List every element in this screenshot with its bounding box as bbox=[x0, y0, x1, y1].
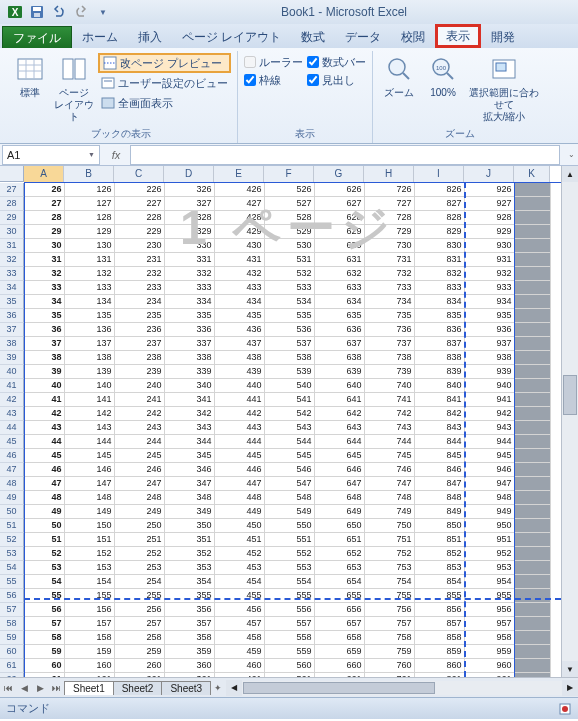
row-header-59[interactable]: 59 bbox=[0, 631, 24, 645]
namebox-dropdown-icon[interactable]: ▼ bbox=[88, 151, 95, 158]
col-header-I[interactable]: I bbox=[414, 166, 464, 183]
name-box[interactable]: A1▼ bbox=[2, 145, 100, 165]
row-header-33[interactable]: 33 bbox=[0, 267, 24, 281]
tab-home[interactable]: ホーム bbox=[72, 26, 128, 48]
row-header-55[interactable]: 55 bbox=[0, 575, 24, 589]
page-layout-view-button[interactable]: ページ レイアウト bbox=[54, 53, 94, 123]
row-header-51[interactable]: 51 bbox=[0, 519, 24, 533]
headings-checkbox[interactable]: 見出し bbox=[307, 71, 366, 89]
row-header-32[interactable]: 32 bbox=[0, 253, 24, 267]
page-break-preview-button[interactable]: 改ページ プレビュー bbox=[98, 53, 231, 73]
svg-rect-14 bbox=[102, 78, 114, 88]
row-header-37[interactable]: 37 bbox=[0, 323, 24, 337]
ruler-checkbox[interactable]: ルーラー bbox=[244, 53, 303, 71]
col-header-E[interactable]: E bbox=[214, 166, 264, 183]
tab-formulas[interactable]: 数式 bbox=[291, 26, 335, 48]
row-header-30[interactable]: 30 bbox=[0, 225, 24, 239]
vertical-scrollbar[interactable]: ▲ ▼ bbox=[561, 166, 578, 677]
sheet-tab-Sheet1[interactable]: Sheet1 bbox=[64, 681, 114, 695]
tab-data[interactable]: データ bbox=[335, 26, 391, 48]
row-header-58[interactable]: 58 bbox=[0, 617, 24, 631]
horizontal-scrollbar[interactable]: ◀ ▶ bbox=[226, 678, 578, 697]
col-header-F[interactable]: F bbox=[264, 166, 314, 183]
select-all-corner[interactable] bbox=[0, 166, 24, 182]
vscroll-thumb[interactable] bbox=[563, 375, 577, 415]
row-header-53[interactable]: 53 bbox=[0, 547, 24, 561]
col-header-J[interactable]: J bbox=[464, 166, 514, 183]
fx-label[interactable]: fx bbox=[102, 149, 130, 161]
row-header-62[interactable]: 62 bbox=[0, 673, 24, 677]
scroll-right-icon[interactable]: ▶ bbox=[562, 680, 578, 696]
row-header-47[interactable]: 47 bbox=[0, 463, 24, 477]
row-header-41[interactable]: 41 bbox=[0, 379, 24, 393]
row-header-44[interactable]: 44 bbox=[0, 421, 24, 435]
qat-dropdown-icon[interactable]: ▼ bbox=[94, 3, 112, 21]
record-macro-icon[interactable] bbox=[558, 702, 572, 716]
row-header-49[interactable]: 49 bbox=[0, 491, 24, 505]
group-zoom-label: ズーム bbox=[445, 127, 475, 143]
row-header-57[interactable]: 57 bbox=[0, 603, 24, 617]
tab-developer[interactable]: 開発 bbox=[481, 26, 525, 48]
col-header-A[interactable]: A bbox=[24, 166, 64, 183]
hscroll-thumb[interactable] bbox=[243, 682, 435, 694]
sheet-tab-Sheet2[interactable]: Sheet2 bbox=[113, 681, 163, 695]
zoom-button[interactable]: ズーム bbox=[379, 53, 419, 99]
tab-pagelayout[interactable]: ページ レイアウト bbox=[172, 26, 291, 48]
sheet-nav-first[interactable]: ⏮ bbox=[0, 680, 16, 696]
row-header-38[interactable]: 38 bbox=[0, 337, 24, 351]
redo-icon[interactable] bbox=[72, 3, 90, 21]
gridlines-checkbox[interactable]: 枠線 bbox=[244, 71, 303, 89]
row-header-61[interactable]: 61 bbox=[0, 659, 24, 673]
row-header-52[interactable]: 52 bbox=[0, 533, 24, 547]
row-header-46[interactable]: 46 bbox=[0, 449, 24, 463]
full-screen-button[interactable]: 全画面表示 bbox=[98, 93, 231, 113]
svg-rect-11 bbox=[75, 59, 85, 79]
row-header-35[interactable]: 35 bbox=[0, 295, 24, 309]
scroll-left-icon[interactable]: ◀ bbox=[226, 680, 242, 696]
row-header-56[interactable]: 56 bbox=[0, 589, 24, 603]
sheet-nav-prev[interactable]: ◀ bbox=[16, 680, 32, 696]
svg-rect-16 bbox=[102, 98, 114, 108]
formula-bar-input[interactable] bbox=[130, 145, 560, 165]
row-header-36[interactable]: 36 bbox=[0, 309, 24, 323]
row-header-34[interactable]: 34 bbox=[0, 281, 24, 295]
row-header-48[interactable]: 48 bbox=[0, 477, 24, 491]
row-header-40[interactable]: 40 bbox=[0, 365, 24, 379]
row-header-45[interactable]: 45 bbox=[0, 435, 24, 449]
sheet-nav-last[interactable]: ⏭ bbox=[48, 680, 64, 696]
scroll-down-icon[interactable]: ▼ bbox=[562, 661, 578, 677]
new-sheet-button[interactable]: ✦ bbox=[210, 680, 226, 696]
custom-views-button[interactable]: ユーザー設定のビュー bbox=[98, 73, 231, 93]
col-header-K[interactable]: K bbox=[514, 166, 550, 183]
row-header-28[interactable]: 28 bbox=[0, 197, 24, 211]
tab-file[interactable]: ファイル bbox=[2, 26, 72, 48]
sheet-nav-next[interactable]: ▶ bbox=[32, 680, 48, 696]
formula-bar-checkbox[interactable]: 数式バー bbox=[307, 53, 366, 71]
col-header-H[interactable]: H bbox=[364, 166, 414, 183]
tab-view[interactable]: 表示 bbox=[435, 24, 481, 48]
save-icon[interactable] bbox=[28, 3, 46, 21]
row-header-39[interactable]: 39 bbox=[0, 351, 24, 365]
zoom-100-button[interactable]: 100 100% bbox=[423, 53, 463, 99]
scroll-up-icon[interactable]: ▲ bbox=[562, 166, 578, 182]
col-header-C[interactable]: C bbox=[114, 166, 164, 183]
row-header-27[interactable]: 27 bbox=[0, 183, 24, 197]
sheet-tab-Sheet3[interactable]: Sheet3 bbox=[161, 681, 211, 695]
normal-view-button[interactable]: 標準 bbox=[10, 53, 50, 99]
row-header-54[interactable]: 54 bbox=[0, 561, 24, 575]
row-header-43[interactable]: 43 bbox=[0, 407, 24, 421]
col-header-B[interactable]: B bbox=[64, 166, 114, 183]
cells-grid[interactable]: 2612622632642652662672682692627127227327… bbox=[24, 183, 551, 677]
col-header-D[interactable]: D bbox=[164, 166, 214, 183]
row-header-29[interactable]: 29 bbox=[0, 211, 24, 225]
col-header-G[interactable]: G bbox=[314, 166, 364, 183]
row-header-31[interactable]: 31 bbox=[0, 239, 24, 253]
row-header-50[interactable]: 50 bbox=[0, 505, 24, 519]
tab-insert[interactable]: 挿入 bbox=[128, 26, 172, 48]
undo-icon[interactable] bbox=[50, 3, 68, 21]
formula-bar-expand-icon[interactable]: ⌄ bbox=[564, 150, 578, 159]
row-header-60[interactable]: 60 bbox=[0, 645, 24, 659]
zoom-selection-button[interactable]: 選択範囲に合わせて 拡大/縮小 bbox=[467, 53, 541, 123]
row-header-42[interactable]: 42 bbox=[0, 393, 24, 407]
tab-review[interactable]: 校閲 bbox=[391, 26, 435, 48]
